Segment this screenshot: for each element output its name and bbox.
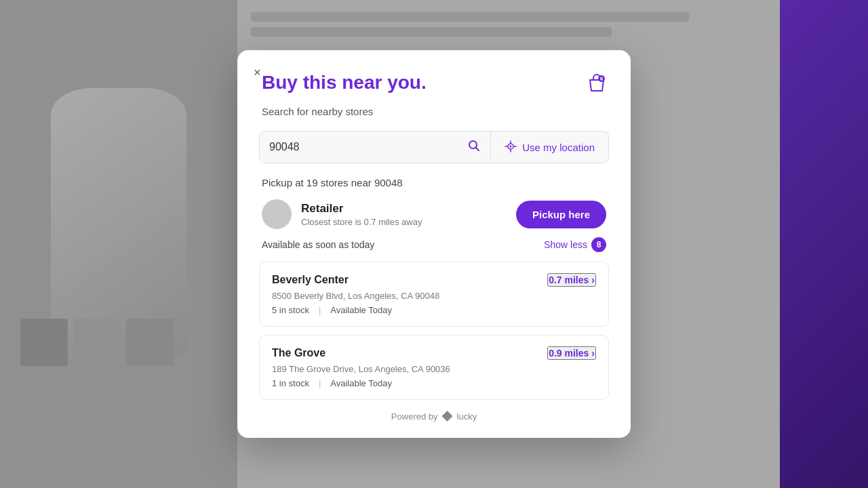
store-address-0: 8500 Beverly Blvd, Los Angeles, CA 90048	[272, 291, 596, 301]
store-count-badge: 8	[591, 237, 606, 252]
stock-count-1: 1 in stock	[272, 378, 309, 388]
available-row: Available as soon as today Show less 8	[259, 237, 609, 252]
stock-sep-1: |	[319, 378, 321, 388]
use-my-location-button[interactable]: Use my location	[491, 131, 608, 163]
modal-header: Buy this near you.	[259, 69, 609, 100]
store-name-1: The Grove	[272, 347, 326, 359]
zip-search-input[interactable]	[269, 131, 467, 163]
store-distance-0[interactable]: 0.7 miles ›	[547, 273, 596, 287]
store-card-header-0: Beverly Center 0.7 miles ›	[272, 273, 596, 287]
modal-container: × Buy this near you. Search for nearby s…	[237, 50, 631, 438]
location-target-icon	[505, 140, 517, 155]
retailer-subtitle: Closest store is 0.7 miles away	[301, 217, 422, 227]
powered-by-footer: Powered by lucky	[259, 411, 609, 422]
store-stock-row-0: 5 in stock | Available Today	[272, 305, 596, 315]
available-today-0: Available Today	[330, 305, 392, 315]
store-card-header-1: The Grove 0.9 miles ›	[272, 346, 596, 360]
powered-by-label: Powered by	[391, 411, 438, 422]
retailer-row: Retailer Closest store is 0.7 miles away…	[259, 199, 609, 229]
available-text: Available as soon as today	[262, 239, 374, 250]
retailer-info: Retailer Closest store is 0.7 miles away	[262, 199, 422, 229]
store-distance-label-0: 0.7 miles	[549, 274, 589, 285]
pickup-summary: Pickup at 19 stores near 90048	[259, 177, 609, 188]
show-less-label: Show less	[544, 239, 587, 250]
stock-count-0: 5 in stock	[272, 305, 309, 315]
show-less-button[interactable]: Show less 8	[544, 237, 606, 252]
retailer-name: Retailer	[301, 202, 422, 216]
chevron-right-icon-0: ›	[591, 274, 595, 285]
search-button[interactable]	[467, 139, 481, 156]
chevron-right-icon-1: ›	[591, 348, 595, 359]
store-distance-1[interactable]: 0.9 miles ›	[547, 346, 596, 360]
pickup-here-button[interactable]: Pickup here	[516, 201, 606, 228]
available-today-1: Available Today	[330, 378, 392, 388]
retailer-details: Retailer Closest store is 0.7 miles away	[301, 202, 422, 227]
search-input-wrapper	[260, 131, 491, 163]
svg-point-1	[601, 78, 602, 79]
close-button[interactable]: ×	[251, 64, 264, 81]
svg-point-4	[510, 145, 512, 147]
modal-title: Buy this near you.	[262, 72, 427, 94]
store-stock-row-1: 1 in stock | Available Today	[272, 378, 596, 388]
store-name-0: Beverly Center	[272, 274, 349, 286]
lucky-brand-label: lucky	[457, 411, 477, 422]
modal-subtitle: Search for nearby stores	[259, 106, 609, 117]
store-card-1: The Grove 0.9 miles › 189 The Grove Driv…	[259, 335, 609, 400]
modal-overlay: × Buy this near you. Search for nearby s…	[0, 0, 868, 488]
use-my-location-label: Use my location	[522, 142, 595, 153]
stock-sep-0: |	[319, 305, 321, 315]
lucky-diamond-icon	[442, 411, 453, 422]
store-card-0: Beverly Center 0.7 miles › 8500 Beverly …	[259, 262, 609, 327]
search-area: Use my location	[259, 131, 609, 163]
store-distance-label-1: 0.9 miles	[549, 348, 589, 359]
store-address-1: 189 The Grove Drive, Los Angeles, CA 900…	[272, 364, 596, 374]
shopping-bag-icon	[585, 70, 609, 100]
retailer-avatar	[262, 199, 292, 229]
